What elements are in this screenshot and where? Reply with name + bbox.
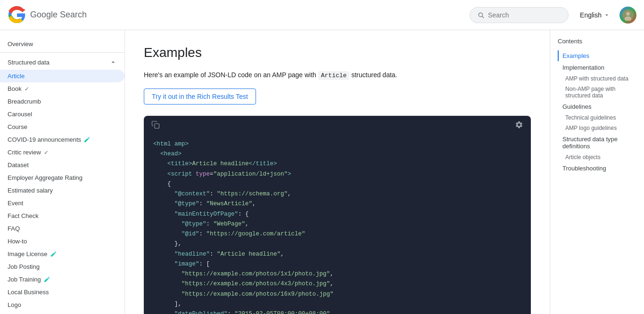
toc-item-examples[interactable]: Examples: [558, 50, 636, 61]
main-content: Examples Here's an example of JSON-LD co…: [125, 30, 550, 314]
sidebar-item-movie[interactable]: Movie: [0, 311, 124, 314]
sidebar-item-course[interactable]: Course: [0, 121, 124, 133]
svg-rect-5: [155, 124, 159, 129]
right-sidebar: Contents Examples Implementation AMP wit…: [550, 30, 644, 314]
sidebar-item-overview[interactable]: Overview: [0, 38, 124, 50]
toc-item-structured-type[interactable]: Structured data type definitions: [558, 134, 636, 152]
page-heading: Examples: [144, 45, 531, 60]
chevron-up-icon: [109, 58, 117, 66]
sidebar-item-breadcrumb[interactable]: Breadcrumb: [0, 95, 124, 108]
google-logo-icon: [8, 6, 26, 24]
logo-area: Google Search: [8, 6, 87, 24]
sidebar-item-label: Fact Check: [8, 212, 39, 219]
toc-item-guidelines[interactable]: Guidelines: [558, 101, 636, 112]
sidebar-item-label: Job Training: [8, 276, 41, 283]
avatar[interactable]: [619, 7, 636, 24]
sidebar-item-label: Carousel: [8, 111, 32, 118]
sidebar-item-label: Breadcrumb: [8, 98, 41, 105]
sidebar-item-jobposting[interactable]: Job Posting: [0, 260, 124, 273]
sidebar-item-employer[interactable]: Employer Aggregate Rating: [0, 171, 124, 184]
search-icon: [478, 11, 484, 19]
left-sidebar: Overview Structured data Article Book ✓ …: [0, 30, 125, 314]
intro-text: Here's an example of JSON-LD code on an …: [144, 70, 531, 81]
sidebar-item-faq[interactable]: FAQ: [0, 222, 124, 235]
toc-section: Examples Implementation AMP with structu…: [558, 50, 636, 174]
settings-icon[interactable]: [515, 121, 523, 131]
sidebar-item-critic[interactable]: Critic review ✓: [0, 146, 124, 159]
sidebar-item-covid19[interactable]: COVID-19 announcements 🧪: [0, 133, 124, 146]
language-selector[interactable]: English: [576, 8, 614, 23]
sidebar-item-imagelicense[interactable]: Image License 🧪: [0, 248, 124, 260]
section-label: Structured data: [8, 59, 50, 66]
sidebar-item-label: Article: [8, 72, 25, 80]
sidebar-item-label: Logo: [8, 301, 21, 308]
toc-item-troubleshooting[interactable]: Troubleshooting: [558, 163, 636, 174]
code-block: <html amp> <head> <title>Article headlin…: [144, 116, 531, 314]
toc-item-implementation[interactable]: Implementation: [558, 62, 636, 73]
sidebar-item-label: COVID-19 announcements: [8, 136, 81, 143]
intro-suffix: structured data.: [351, 71, 397, 79]
sidebar-item-book[interactable]: Book ✓: [0, 82, 124, 95]
sidebar-item-howto[interactable]: How-to: [0, 235, 124, 248]
sidebar-item-article[interactable]: Article: [0, 70, 124, 82]
sidebar-item-label: Event: [8, 200, 23, 207]
sidebar-item-dataset[interactable]: Dataset: [0, 159, 124, 171]
toc-sub-item-nonamp[interactable]: Non-AMP page with structured data: [558, 84, 636, 100]
header: Google Search English: [0, 0, 644, 30]
sidebar-item-jobtraining[interactable]: Job Training 🧪: [0, 273, 124, 286]
toc-title: Contents: [558, 38, 636, 45]
sidebar-item-label: Employer Aggregate Rating: [8, 174, 83, 181]
search-box[interactable]: [470, 7, 569, 23]
toc-sub-item-tech[interactable]: Technical guidelines: [558, 113, 636, 122]
sidebar-item-label: FAQ: [8, 225, 20, 232]
verified-badge-icon: ✓: [44, 149, 49, 156]
sidebar-item-label: Local Business: [8, 289, 49, 296]
overview-label: Overview: [8, 40, 33, 48]
sidebar-item-localbusiness[interactable]: Local Business: [0, 286, 124, 298]
sidebar-divider: [0, 52, 124, 53]
code-header: [144, 116, 531, 136]
beta-icon: 🧪: [50, 251, 57, 257]
sidebar-item-label: Book: [8, 85, 22, 92]
chevron-down-icon: [603, 12, 610, 18]
sidebar-item-carousel[interactable]: Carousel: [0, 108, 124, 121]
sidebar-item-logo[interactable]: Logo: [0, 298, 124, 311]
sidebar-item-event[interactable]: Event: [0, 197, 124, 209]
sidebar-item-label: Critic review: [8, 149, 41, 156]
sidebar-item-label: Course: [8, 123, 27, 130]
code-content: <html amp> <head> <title>Article headlin…: [144, 136, 531, 314]
beta-icon: 🧪: [44, 276, 50, 282]
language-label: English: [580, 11, 602, 19]
page-layout: Overview Structured data Article Book ✓ …: [0, 30, 644, 314]
svg-point-3: [626, 12, 630, 16]
sidebar-item-label: Estimated salary: [8, 187, 53, 194]
sidebar-item-label: Dataset: [8, 161, 29, 169]
toc-sub-item-article-objects[interactable]: Article objects: [558, 153, 636, 162]
sidebar-item-salary[interactable]: Estimated salary: [0, 184, 124, 197]
rich-results-button[interactable]: Try it out in the Rich Results Test: [144, 89, 256, 105]
toc-sub-item-amplogo[interactable]: AMP logo guidelines: [558, 123, 636, 133]
sidebar-item-factcheck[interactable]: Fact Check: [0, 209, 124, 222]
verified-badge-icon: ✓: [25, 86, 29, 92]
sidebar-section-header: Structured data: [0, 55, 124, 70]
search-input[interactable]: [488, 11, 561, 19]
site-title: Google Search: [30, 10, 87, 20]
copy-icon[interactable]: [151, 121, 160, 131]
sidebar-item-label: How-to: [8, 238, 27, 245]
intro-prefix: Here's an example of JSON-LD code on an …: [144, 71, 316, 79]
svg-line-1: [482, 16, 484, 17]
article-code: Article: [318, 71, 350, 80]
beta-icon: 🧪: [84, 137, 91, 143]
sidebar-item-label: Image License: [8, 250, 48, 258]
toc-sub-item-amp[interactable]: AMP with structured data: [558, 74, 636, 83]
sidebar-item-label: Job Posting: [8, 263, 40, 270]
